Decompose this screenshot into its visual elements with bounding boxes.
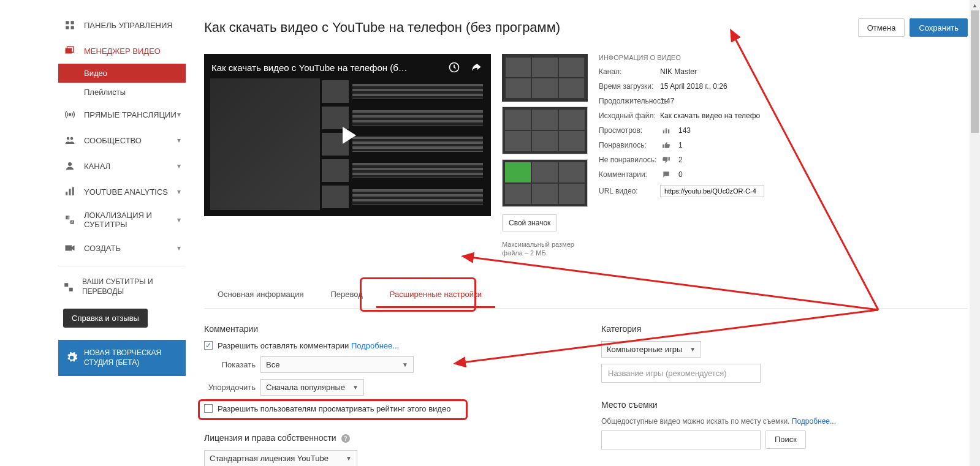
save-button[interactable]: Сохранить [910, 18, 968, 37]
category-value: Компьютерные игры [607, 345, 682, 354]
sort-label: Упорядочить [204, 383, 256, 392]
dropdown-icon: ▼ [338, 455, 352, 462]
svg-rect-12 [72, 187, 74, 196]
thumbs-down-icon [660, 156, 672, 164]
nav-create-label: СОЗДАТЬ [84, 244, 177, 253]
analytics-icon [63, 185, 77, 198]
tab-advanced[interactable]: Расширенные настройки [376, 282, 495, 308]
tab-basic[interactable]: Основная информация [204, 282, 317, 308]
show-value: Все [266, 360, 279, 369]
channel-label: Канал: [599, 67, 660, 76]
url-label: URL видео: [599, 187, 660, 195]
allow-ratings-checkbox[interactable] [204, 404, 213, 413]
chevron-down-icon: ▾ [177, 216, 181, 224]
comments-heading: Комментарии [204, 324, 571, 334]
video-player[interactable]: Как скачать видео с YouTube на телефон (… [204, 54, 491, 216]
nav-channel[interactable]: КАНАЛ ▾ [58, 153, 186, 179]
category-select[interactable]: Компьютерные игры▼ [601, 341, 701, 358]
location-more-link[interactable]: Подробнее... [792, 417, 836, 426]
thumbnail-3[interactable] [502, 159, 588, 207]
help-button[interactable]: Справка и отзывы [63, 309, 148, 328]
category-heading: Категория [601, 324, 968, 334]
scroll-thumb[interactable] [971, 10, 979, 133]
chevron-down-icon: ▾ [177, 136, 181, 145]
nav-dashboard-label: ПАНЕЛЬ УПРАВЛЕНИЯ [84, 21, 181, 30]
duration-label: Продолжительность: [599, 97, 660, 105]
video-info: ИНФОРМАЦИЯ О ВИДЕО Канал:NIK Master Врем… [599, 54, 968, 258]
sort-value: Сначала популярные [266, 383, 345, 392]
thumbnail-2[interactable] [502, 107, 588, 154]
nav-live[interactable]: ПРЯМЫЕ ТРАНСЛЯЦИИ ▾ [58, 102, 186, 127]
help-icon[interactable]: ? [341, 434, 350, 443]
allow-comments-checkbox[interactable] [204, 341, 213, 350]
sort-select[interactable]: Сначала популярные▼ [260, 379, 364, 396]
scrollbar[interactable]: ▲ [970, 0, 980, 466]
comments-value: 0 [678, 170, 683, 179]
nav-create[interactable]: СОЗДАТЬ ▾ [58, 235, 186, 261]
translate-icon [63, 280, 75, 294]
nav-dashboard[interactable]: ПАНЕЛЬ УПРАВЛЕНИЯ [58, 12, 186, 38]
svg-rect-19 [668, 129, 669, 133]
license-heading: Лицензия и права собственности ? [204, 433, 571, 443]
nav-analytics[interactable]: YOUTUBE ANALYTICS ▾ [58, 179, 186, 205]
sidebar: ПАНЕЛЬ УПРАВЛЕНИЯ МЕНЕДЖЕР ВИДЕО Видео П… [0, 0, 186, 466]
location-heading: Место съемки [601, 400, 968, 410]
allow-comments-row: Разрешить оставлять комментарии Подробне… [204, 341, 571, 350]
chevron-down-icon: ▾ [177, 244, 181, 252]
svg-rect-2 [66, 26, 69, 29]
cancel-button[interactable]: Отмена [858, 18, 905, 37]
title-row: Как скачать видео с YouTube на телефон (… [204, 0, 968, 37]
channel-icon [63, 159, 77, 173]
allow-ratings-label: Разрешить пользователям просматривать ре… [218, 404, 450, 413]
dropdown-icon: ▼ [395, 361, 408, 368]
file-value: Как скачать видео на телефо [660, 111, 760, 120]
nav-live-label: ПРЯМЫЕ ТРАНСЛЯЦИИ [84, 110, 177, 119]
nav-localization[interactable]: 文A ЛОКАЛИЗАЦИЯ И СУБТИТРЫ ▾ [58, 205, 186, 235]
game-title-input[interactable] [601, 364, 761, 383]
watch-later-icon[interactable] [447, 60, 462, 75]
play-icon[interactable] [333, 121, 362, 150]
dislikes-value: 2 [678, 156, 683, 164]
svg-point-9 [68, 162, 72, 166]
nav-community[interactable]: СООБЩЕСТВО ▾ [58, 127, 186, 153]
allow-comments-more-link[interactable]: Подробнее... [351, 341, 399, 350]
scroll-up-icon[interactable]: ▲ [970, 0, 980, 10]
views-value: 143 [678, 126, 691, 135]
chevron-down-icon: ▾ [177, 162, 181, 170]
live-icon [63, 108, 77, 121]
likes-value: 1 [678, 141, 683, 149]
upload-value: 15 April 2018 г., 0:26 [660, 82, 727, 91]
video-manager-icon [63, 44, 77, 58]
create-icon [63, 241, 77, 255]
dislikes-label: Не понравилось: [599, 156, 660, 164]
video-title: Как скачать видео с YouTube на телефон (… [204, 20, 858, 36]
svg-rect-1 [71, 21, 74, 24]
show-label: Показать [204, 360, 256, 369]
search-button[interactable]: Поиск [765, 430, 806, 449]
comments-label: Комментарии: [599, 170, 660, 179]
svg-point-7 [67, 137, 70, 140]
svg-rect-4 [66, 48, 72, 54]
new-studio-button[interactable]: НОВАЯ ТВОРЧЕСКАЯ СТУДИЯ (БЕТА) [58, 340, 186, 376]
nav-sub-playlists[interactable]: Плейлисты [58, 83, 186, 102]
custom-thumbnail-button[interactable]: Свой значок [502, 214, 557, 231]
thumbnails: Свой значок Максимальный размер файла – … [502, 54, 588, 258]
license-select[interactable]: Стандартная лицензия YouTube▼ [204, 450, 357, 466]
dashboard-icon [63, 18, 77, 32]
nav-sub-videos[interactable]: Видео [58, 64, 186, 83]
svg-rect-11 [69, 189, 71, 196]
nav-your-subtitles[interactable]: ВАШИ СУБТИТРЫ И ПЕРЕВОДЫ [58, 271, 186, 303]
gear-icon [66, 351, 78, 365]
location-input[interactable] [601, 430, 761, 449]
url-input[interactable] [660, 185, 764, 197]
channel-value: NIK Master [660, 67, 697, 76]
duration-value: 1:47 [660, 97, 674, 105]
svg-text:文: 文 [67, 216, 70, 219]
thumbnail-1[interactable] [502, 54, 588, 102]
share-icon[interactable] [469, 60, 484, 75]
chevron-down-icon: ▾ [177, 110, 181, 119]
show-select[interactable]: Все▼ [260, 356, 414, 373]
tab-translate[interactable]: Перевод [317, 282, 376, 308]
nav-video-manager[interactable]: МЕНЕДЖЕР ВИДЕО [58, 38, 186, 64]
views-label: Просмотров: [599, 126, 660, 135]
